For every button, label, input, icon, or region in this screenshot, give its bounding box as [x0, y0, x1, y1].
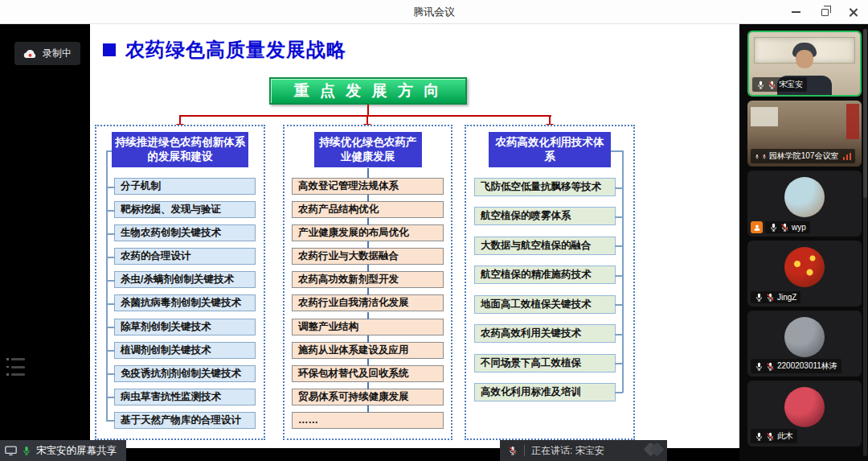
participant-name: 园林学院107会议室 — [769, 150, 839, 162]
participants-sidebar: 宋宝安 — [739, 24, 868, 461]
signal-strength-icon — [843, 153, 852, 160]
flow-item: 除草剂创制关键技术 — [114, 319, 256, 335]
mic-muted-icon — [766, 432, 775, 441]
participant-footer: 园林学院107会议室 — [751, 149, 855, 163]
mic-on-icon — [755, 432, 764, 441]
participant-tile[interactable]: wyp — [747, 171, 862, 237]
title-bullet-square — [103, 43, 116, 56]
flow-item: 施药从业体系建设及应用 — [292, 342, 444, 359]
minimize-icon — [792, 11, 800, 13]
avatar — [784, 317, 825, 357]
participant-name-label: 此木 — [751, 429, 797, 443]
participant-tile[interactable]: JingZ — [747, 241, 862, 307]
tencent-meeting-window: 腾讯会议 录制中 农药绿色高质量发展战略 重 — [0, 0, 868, 461]
watermark-logo-icon — [645, 444, 662, 455]
participant-name: JingZ — [777, 293, 796, 302]
flow-item: 地面高工效植保关键技术 — [474, 295, 616, 314]
participant-name: 此木 — [777, 430, 793, 442]
flow-item: 基于天然产物库的合理设计 — [114, 412, 256, 429]
agenda-list-icon[interactable] — [6, 358, 27, 376]
flow-item: 产业健康发展的布局优化 — [292, 224, 444, 241]
connector-line — [549, 115, 551, 124]
flow-column: 农药高效化利用技术体系 飞防低空低量抗飘移等技术航空植保的喷雾体系大数据与航空植… — [465, 125, 635, 440]
participant-tile[interactable]: 此木 — [747, 381, 862, 447]
flow-item: 生物农药创制关键技术 — [114, 224, 256, 241]
participant-footer: JingZ — [751, 291, 800, 303]
screen-share-status-bar: 宋宝安的屏幕共享 — [0, 440, 126, 461]
shared-screen-slide: 农药绿色高质量发展战略 重 点 发 展 方 向 持续推进绿色农药创新体系的发展和… — [90, 24, 743, 448]
mic-on-icon — [755, 152, 760, 161]
mic-muted-icon — [766, 293, 775, 302]
flow-item: 飞防低空低量抗飘移等技术 — [474, 178, 616, 196]
speaking-toast: 正在讲话: 宋宝安 — [500, 440, 667, 461]
avatar — [784, 387, 825, 427]
restore-button[interactable] — [810, 0, 839, 24]
column-header: 持续优化绿色农药产业健康发展 — [314, 132, 422, 167]
flow-item: 植调剂创制关键技术 — [114, 342, 256, 359]
participant-name-label: JingZ — [751, 291, 800, 303]
meeting-stage: 录制中 农药绿色高质量发展战略 重 点 发 展 方 向 持续推进绿色农药创新体系 — [0, 24, 868, 461]
flow-item: 农药高效利用关键技术 — [474, 324, 616, 343]
participant-name: 宋宝安 — [779, 79, 803, 90]
flow-item: 靶标挖掘、发现与验证 — [114, 201, 256, 218]
window-controls — [781, 0, 868, 24]
participant-tile[interactable]: 2200203011林涛 — [747, 311, 862, 377]
avatar — [784, 177, 825, 217]
connector-line — [180, 115, 551, 117]
flow-item: 农药高功效新剂型开发 — [292, 271, 444, 288]
column-header: 持续推进绿色农药创新体系的发展和建设 — [112, 132, 248, 167]
flow-item: 调整产业结构 — [292, 319, 444, 335]
mic-muted-icon — [768, 80, 776, 89]
flow-item: 高效登记管理法规体系 — [292, 178, 444, 195]
slide-title-text: 农药绿色高质量发展战略 — [125, 37, 346, 63]
slide-title: 农药绿色高质量发展战略 — [103, 37, 346, 63]
column-header: 农药高效化利用技术体系 — [489, 132, 611, 167]
member-badge-icon — [751, 221, 763, 233]
flow-item: 环保包材替代及回收系统 — [292, 365, 444, 382]
window-titlebar: 腾讯会议 — [0, 0, 868, 24]
flow-item: 大数据与航空植保的融合 — [474, 237, 616, 255]
flow-item: 农药行业自我清洁化发展 — [292, 294, 444, 311]
flow-item: 不同场景下高工效植保 — [474, 354, 616, 373]
restore-icon — [821, 9, 829, 16]
flow-item: 航空植保的精准施药技术 — [474, 265, 616, 284]
recording-label: 录制中 — [43, 47, 72, 60]
flow-item: 农药的合理设计 — [114, 248, 256, 265]
flow-column: 持续推进绿色农药创新体系的发展和建设 分子机制靶标挖掘、发现与验证生物农药创制关… — [95, 125, 265, 440]
window-title: 腾讯会议 — [413, 5, 455, 19]
participant-footer: 此木 — [751, 429, 797, 443]
connector-line — [179, 115, 181, 124]
participant-name-label: 园林学院107会议室 — [751, 149, 855, 163]
minimize-button[interactable] — [781, 0, 810, 24]
screen-share-icon — [5, 446, 17, 456]
mic-on-icon — [22, 446, 31, 455]
participant-footer: wyp — [751, 221, 810, 233]
flow-item: 免疫诱抗剂剂创制关键技术 — [114, 365, 256, 382]
mic-muted-icon — [508, 446, 518, 455]
divider — [524, 445, 525, 456]
close-button[interactable] — [839, 0, 868, 24]
participant-tile[interactable]: 园林学院107会议室 — [747, 101, 862, 167]
mic-muted-icon — [762, 152, 767, 161]
mic-on-icon — [755, 293, 764, 302]
flow-item: 病虫草害抗性监测技术 — [114, 389, 256, 405]
flow-item: 农药产品结构优化 — [292, 201, 444, 218]
speaking-label: 正在讲话: 宋宝安 — [531, 444, 604, 458]
participant-footer: 宋宝安 — [752, 77, 807, 92]
flow-item: 杀菌抗病毒剂创制关键技术 — [114, 294, 256, 311]
flow-item: 杀虫/杀螨剂创制关键技术 — [114, 271, 256, 288]
participant-tile[interactable]: 宋宝安 — [747, 31, 862, 97]
cloud-recording-icon — [23, 49, 37, 59]
mic-on-icon — [769, 223, 778, 232]
participant-name: 2200203011林涛 — [777, 360, 837, 372]
mic-on-icon — [755, 362, 764, 371]
column-items: 分子机制靶标挖掘、发现与验证生物农药创制关键技术农药的合理设计杀虫/杀螨剂创制关… — [114, 178, 256, 429]
flow-item: 航空植保的喷雾体系 — [474, 207, 616, 225]
flow-item: 贸易体系可持续健康发展 — [292, 389, 444, 405]
connector-line — [366, 115, 368, 124]
mic-muted-icon — [780, 223, 789, 232]
connector-line — [367, 105, 369, 116]
column-items: 飞防低空低量抗飘移等技术航空植保的喷雾体系大数据与航空植保的融合航空植保的精准施… — [474, 178, 616, 401]
recording-indicator[interactable]: 录制中 — [14, 42, 80, 65]
participants-scrollbar[interactable] — [863, 29, 867, 456]
